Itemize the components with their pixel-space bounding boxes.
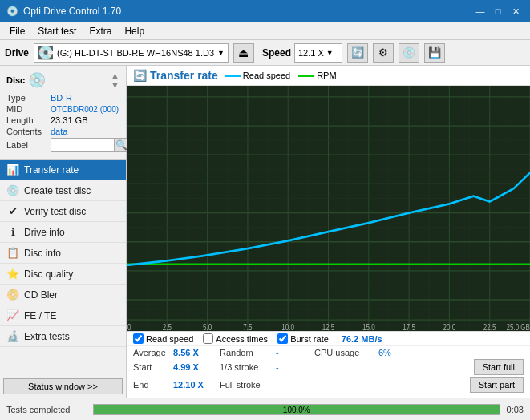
nav-item-drive-info[interactable]: ℹ Drive info [0,222,126,243]
checkbox-access-times[interactable]: Access times [203,333,268,344]
menu-extra[interactable]: Extra [83,24,118,38]
svg-text:17.5: 17.5 [403,321,415,331]
menubar: File Start test Extra Help [0,22,530,40]
disc-type-row: Type BD-R [6,93,119,103]
nav-item-disc-quality[interactable]: ⭐ Disc quality [0,264,126,285]
nav-label-disc-info: Disc info [24,248,61,259]
chart-header: 🔄 Transfer rate Read speed RPM [127,66,530,86]
disc-contents-value: data [51,127,67,136]
burst-rate-checkbox-label: Burst rate [290,334,329,344]
chart-legend: Read speed RPM [225,71,337,80]
speed-value: 12.1 X [298,48,324,58]
svg-text:2.5: 2.5 [163,321,172,331]
minimize-button[interactable]: — [472,4,488,18]
nav-item-create-test-disc[interactable]: 💿 Create test disc [0,180,126,201]
drive-value: (G:) HL-DT-ST BD-RE WH16NS48 1.D3 [57,48,214,58]
disc-length-row: Length 23.31 GB [6,115,119,125]
main-layout: Disc 💿 ▲ ▼ Type BD-R MID OTCBDR002 (000)… [0,66,530,398]
disc-quality-icon: ⭐ [6,268,19,280]
legend-rpm-color [298,75,314,77]
svg-text:12.5: 12.5 [322,321,335,331]
status-window-button[interactable]: Status window >> [3,378,123,394]
chart-svg: 18 X 16 X 14 X 12 X 10 X 8 X 6 X 4 X 2 X… [127,86,530,331]
app-title: Opti Drive Control 1.70 [23,6,121,17]
disc-section-label: Disc [6,75,25,85]
menu-start-test[interactable]: Start test [31,24,83,38]
nav-menu: 📊 Transfer rate 💿 Create test disc ✔ Ver… [0,160,126,375]
chart-icon: 🔄 [133,69,147,82]
svg-text:7.5: 7.5 [243,321,252,331]
speed-dropdown-arrow: ▼ [326,49,334,57]
disc-arrow-up: ▲ [111,71,119,80]
verify-test-disc-icon: ✔ [6,205,19,217]
nav-item-cd-bler[interactable]: 📀 CD Bler [0,285,126,305]
chart-title: 🔄 Transfer rate [133,69,218,82]
nav-item-transfer-rate[interactable]: 📊 Transfer rate [0,160,126,180]
create-test-disc-icon: 💿 [6,184,19,196]
disc-info-panel: Disc 💿 ▲ ▼ Type BD-R MID OTCBDR002 (000)… [0,66,126,160]
cpu-usage-value: 6% [378,348,411,357]
one-third-stroke-label: 1/3 stroke [220,362,276,372]
disc-label-input[interactable] [51,138,115,152]
access-times-checkbox[interactable] [203,333,213,344]
read-speed-checkbox[interactable] [133,333,144,344]
legend-read-speed: Read speed [225,71,290,80]
stats-row-average: Average 8.56 X Random - CPU usage 6% [133,348,524,357]
nav-item-fe-te[interactable]: 📈 FE / TE [0,305,126,326]
chart-wrapper: 18 X 16 X 14 X 12 X 10 X 8 X 6 X 4 X 2 X… [127,86,530,331]
stats-row-end: End 12.10 X Full stroke - Start part [133,377,524,393]
legend-rpm-label: RPM [317,71,336,80]
average-label: Average [133,348,173,357]
app-icon: 💿 [6,6,18,17]
nav-label-fe-te: FE / TE [24,310,56,321]
nav-item-verify-test-disc[interactable]: ✔ Verify test disc [0,201,126,222]
full-stroke-value: - [276,380,308,390]
disc-type-value: BD-R [51,93,72,103]
nav-label-disc-quality: Disc quality [24,269,73,280]
close-button[interactable]: ✕ [508,4,524,18]
save-button[interactable]: 💾 [424,43,445,63]
disc-label-row: Label 🔍 [6,138,119,152]
menu-file[interactable]: File [3,24,31,38]
refresh-button[interactable]: 🔄 [347,43,368,63]
nav-label-extra-tests: Extra tests [24,331,70,342]
nav-item-disc-info[interactable]: 📋 Disc info [0,243,126,264]
eject-button[interactable]: ⏏ [233,43,254,63]
maximize-button[interactable]: □ [490,4,506,18]
nav-label-create-test-disc: Create test disc [24,185,91,196]
svg-text:20.0: 20.0 [443,321,456,331]
titlebar: 💿 Opti Drive Control 1.70 — □ ✕ [0,0,530,22]
start-full-button[interactable]: Start full [474,359,524,375]
burst-rate-value: 76.2 MB/s [342,334,382,344]
disc-mid-label: MID [6,104,51,114]
disc-button[interactable]: 💿 [399,43,419,63]
legend-read-speed-label: Read speed [243,71,290,80]
random-label: Random [220,348,276,357]
statusbar: Tests completed 100.0% 0:03 [0,398,530,420]
disc-length-value: 23.31 GB [51,115,87,125]
disc-length-label: Length [6,115,51,125]
checkbox-read-speed[interactable]: Read speed [133,333,193,344]
transfer-rate-icon: 📊 [6,164,19,176]
burst-rate-checkbox[interactable] [277,333,288,344]
end-label: End [133,380,173,390]
drive-select[interactable]: 💽 (G:) HL-DT-ST BD-RE WH16NS48 1.D3 ▼ [34,43,229,63]
start-label: Start [133,362,173,372]
nav-label-verify-test-disc: Verify test disc [24,206,86,217]
svg-text:22.5: 22.5 [483,321,496,331]
drive-dropdown-arrow: ▼ [217,49,225,57]
nav-item-extra-tests[interactable]: 🔬 Extra tests [0,326,126,347]
menu-help[interactable]: Help [118,24,151,38]
drive-label: Drive [5,47,29,59]
checkbox-burst-rate[interactable]: Burst rate [277,333,329,344]
disc-contents-row: Contents data [6,127,119,136]
disc-header: Disc 💿 ▲ ▼ [6,71,119,90]
cpu-usage-label: CPU usage [314,348,378,357]
stats-row-start: Start 4.99 X 1/3 stroke - Start full [133,359,524,375]
svg-text:25.0 GB: 25.0 GB [506,321,530,331]
speed-select[interactable]: 12.1 X ▼ [294,43,342,63]
speed-label: Speed [262,47,291,59]
start-part-button[interactable]: Start part [470,377,524,393]
svg-text:0.0: 0.0 [127,321,131,331]
settings-button[interactable]: ⚙ [373,43,394,63]
